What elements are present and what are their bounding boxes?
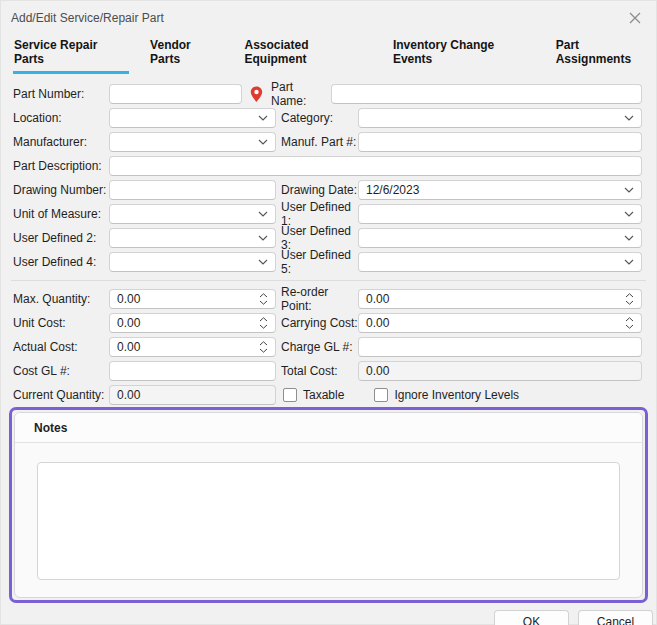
- tab-service-repair-parts[interactable]: Service Repair Parts: [13, 36, 129, 74]
- row-cost-gl: Cost GL #: Total Cost: 0.00: [13, 361, 642, 381]
- chevron-down-icon: [624, 259, 634, 265]
- section-divider: [11, 280, 646, 281]
- chevron-down-icon: [258, 139, 268, 145]
- reorder-point-stepper[interactable]: 0.00: [358, 289, 642, 309]
- ignore-inventory-levels-checkbox[interactable]: [374, 388, 388, 402]
- user-defined-2-select[interactable]: [109, 228, 276, 248]
- location-label: Location:: [13, 111, 109, 125]
- spinner-updown-icon[interactable]: [259, 293, 268, 305]
- taxable-label: Taxable: [303, 388, 344, 402]
- drawing-date-label: Drawing Date:: [276, 183, 358, 197]
- checkbox-area: Taxable Ignore Inventory Levels: [276, 388, 519, 402]
- spinner-updown-icon[interactable]: [259, 317, 268, 329]
- unit-of-measure-select[interactable]: [109, 204, 276, 224]
- total-cost-readonly-field: 0.00: [358, 361, 642, 381]
- row-max-quantity: Max. Quantity: 0.00 Re-order Point: 0.00: [13, 289, 642, 309]
- chevron-down-icon: [624, 187, 634, 193]
- user-defined-1-select[interactable]: [358, 204, 642, 224]
- spinner-updown-icon[interactable]: [625, 293, 634, 305]
- part-description-label: Part Description:: [13, 159, 109, 173]
- current-quantity-label: Current Quantity:: [13, 388, 109, 402]
- dialog-footer: OK Cancel: [1, 603, 656, 625]
- drawing-number-input[interactable]: [109, 180, 276, 200]
- row-manufacturer: Manufacturer: Manuf. Part #:: [13, 132, 642, 152]
- current-quantity-readonly-field: 0.00: [109, 385, 276, 405]
- actual-cost-stepper[interactable]: 0.00: [109, 337, 276, 357]
- drawing-number-label: Drawing Number:: [13, 183, 109, 197]
- chevron-down-icon: [258, 211, 268, 217]
- manuf-part-input[interactable]: [358, 132, 642, 152]
- form-service-repair-part: Part Number: Part Name: Location: Catego…: [1, 74, 656, 405]
- category-select[interactable]: [358, 108, 642, 128]
- part-description-input[interactable]: [109, 156, 642, 176]
- tab-bar: Service Repair Parts Vendor Parts Associ…: [1, 27, 656, 74]
- manufacturer-select[interactable]: [109, 132, 276, 152]
- reorder-point-label: Re-order Point:: [276, 285, 358, 313]
- unit-cost-stepper[interactable]: 0.00: [109, 313, 276, 333]
- cancel-button[interactable]: Cancel: [578, 610, 653, 625]
- charge-gl-input[interactable]: [358, 337, 642, 357]
- part-name-input[interactable]: [331, 84, 642, 104]
- taxable-checkbox[interactable]: [283, 388, 297, 402]
- chevron-down-icon: [624, 211, 634, 217]
- row-part-number: Part Number: Part Name:: [13, 84, 642, 104]
- carrying-cost-label: Carrying Cost:: [276, 316, 358, 330]
- close-icon[interactable]: [626, 9, 644, 27]
- spinner-updown-icon[interactable]: [625, 317, 634, 329]
- row-location: Location: Category:: [13, 108, 642, 128]
- notes-textarea[interactable]: [37, 462, 620, 580]
- spinner-updown-icon[interactable]: [259, 341, 268, 353]
- tab-inventory-change-events[interactable]: Inventory Change Events: [392, 36, 535, 74]
- location-pin-icon[interactable]: [242, 86, 271, 103]
- ok-button[interactable]: OK: [494, 610, 569, 625]
- charge-gl-label: Charge GL #:: [276, 340, 358, 354]
- chevron-down-icon: [258, 259, 268, 265]
- user-defined-4-label: User Defined 4:: [13, 255, 109, 269]
- max-quantity-stepper[interactable]: 0.00: [109, 289, 276, 309]
- row-part-description: Part Description:: [13, 156, 642, 176]
- carrying-cost-stepper[interactable]: 0.00: [358, 313, 642, 333]
- user-defined-4-select[interactable]: [109, 252, 276, 272]
- notes-title: Notes: [15, 413, 642, 443]
- total-cost-label: Total Cost:: [276, 364, 358, 378]
- actual-cost-label: Actual Cost:: [13, 340, 109, 354]
- row-actual-cost: Actual Cost: 0.00 Charge GL #:: [13, 337, 642, 357]
- tab-associated-equipment[interactable]: Associated Equipment: [243, 36, 371, 74]
- row-user-defined-4-5: User Defined 4: User Defined 5:: [13, 252, 642, 272]
- unit-cost-label: Unit Cost:: [13, 316, 109, 330]
- part-name-label: Part Name:: [271, 80, 331, 108]
- part-number-label: Part Number:: [13, 87, 109, 101]
- row-current-quantity: Current Quantity: 0.00 Taxable Ignore In…: [13, 385, 642, 405]
- row-unit-of-measure: Unit of Measure: User Defined 1:: [13, 204, 642, 224]
- user-defined-3-select[interactable]: [358, 228, 642, 248]
- tab-vendor-parts[interactable]: Vendor Parts: [149, 36, 223, 74]
- chevron-down-icon: [624, 235, 634, 241]
- category-label: Category:: [276, 111, 358, 125]
- chevron-down-icon: [258, 235, 268, 241]
- chevron-down-icon: [258, 115, 268, 121]
- row-user-defined-2-3: User Defined 2: User Defined 3:: [13, 228, 642, 248]
- unit-of-measure-label: Unit of Measure:: [13, 207, 109, 221]
- row-drawing: Drawing Number: Drawing Date: 12/6/2023: [13, 180, 642, 200]
- dialog-add-edit-service-repair-part: Add/Edit Service/Repair Part Service Rep…: [0, 0, 657, 625]
- location-select[interactable]: [109, 108, 276, 128]
- user-defined-5-select[interactable]: [358, 252, 642, 272]
- notes-groupbox: Notes: [14, 412, 643, 598]
- part-number-input[interactable]: [109, 84, 242, 104]
- tab-part-assignments[interactable]: Part Assignments: [555, 36, 656, 74]
- chevron-down-icon: [624, 115, 634, 121]
- drawing-date-select[interactable]: 12/6/2023: [358, 180, 642, 200]
- titlebar: Add/Edit Service/Repair Part: [1, 1, 656, 27]
- window-title: Add/Edit Service/Repair Part: [11, 11, 164, 25]
- user-defined-5-label: User Defined 5:: [276, 248, 358, 276]
- cost-gl-label: Cost GL #:: [13, 364, 109, 378]
- row-unit-cost: Unit Cost: 0.00 Carrying Cost: 0.00: [13, 313, 642, 333]
- notes-focus-highlight: Notes: [9, 407, 648, 603]
- manuf-part-label: Manuf. Part #:: [276, 135, 358, 149]
- ignore-inventory-levels-label: Ignore Inventory Levels: [394, 388, 519, 402]
- manufacturer-label: Manufacturer:: [13, 135, 109, 149]
- max-quantity-label: Max. Quantity:: [13, 292, 109, 306]
- user-defined-2-label: User Defined 2:: [13, 231, 109, 245]
- cost-gl-input[interactable]: [109, 361, 276, 381]
